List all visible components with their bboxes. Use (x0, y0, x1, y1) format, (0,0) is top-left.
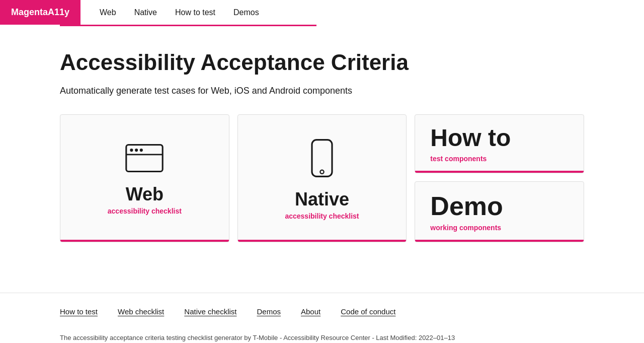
page-title: Accessibility Acceptance Criteria (60, 50, 584, 75)
footer-link-native-checklist[interactable]: Native checklist (184, 307, 236, 316)
card-demo-title: Demo (430, 192, 503, 221)
card-web-title: Web (126, 184, 164, 204)
svg-rect-5 (312, 140, 332, 176)
footer-link-how-to-test[interactable]: How to test (60, 307, 98, 316)
card-web-subtitle: accessibility checklist (108, 207, 182, 215)
footer-link-web-checklist[interactable]: Web checklist (118, 307, 164, 316)
nav-link-demos[interactable]: Demos (224, 1, 268, 24)
card-native-subtitle: accessibility checklist (285, 212, 359, 220)
cards-grid: Web accessibility checklist Native acces… (60, 114, 584, 242)
footer-copyright: The accessibility acceptance criteria te… (60, 334, 584, 341)
card-how-to-test-title: How to (430, 125, 511, 152)
card-web[interactable]: Web accessibility checklist (60, 114, 229, 242)
card-how-to-test-subtitle: test components (430, 155, 487, 163)
svg-point-6 (320, 170, 324, 173)
main-content: Accessibility Acceptance Criteria Automa… (0, 26, 644, 293)
svg-point-2 (135, 149, 138, 152)
card-demo-subtitle: working components (430, 224, 501, 232)
svg-point-3 (140, 149, 143, 152)
page-subtitle: Automatically generate test cases for We… (60, 86, 584, 96)
svg-point-1 (130, 149, 133, 152)
main-nav: Web Native How to test Demos (91, 1, 268, 24)
footer-link-about[interactable]: About (301, 307, 320, 316)
card-native[interactable]: Native accessibility checklist (237, 114, 407, 242)
nav-link-native[interactable]: Native (125, 1, 166, 24)
footer-link-code-of-conduct[interactable]: Code of conduct (341, 307, 395, 316)
card-how-to-test[interactable]: How to test components (415, 114, 584, 173)
footer-nav: How to test Web checklist Native checkli… (60, 307, 584, 316)
mobile-icon (309, 138, 335, 180)
card-native-title: Native (295, 189, 349, 210)
nav-active-indicator (60, 25, 316, 26)
logo-link[interactable]: MagentaA11y (0, 0, 80, 25)
footer-link-demos[interactable]: Demos (257, 307, 281, 316)
footer: How to test Web checklist Native checkli… (0, 293, 644, 343)
card-demo[interactable]: Demo working components (415, 181, 584, 242)
nav-link-web[interactable]: Web (91, 1, 125, 24)
web-icon (124, 143, 165, 175)
nav-link-how-to-test[interactable]: How to test (166, 1, 224, 24)
